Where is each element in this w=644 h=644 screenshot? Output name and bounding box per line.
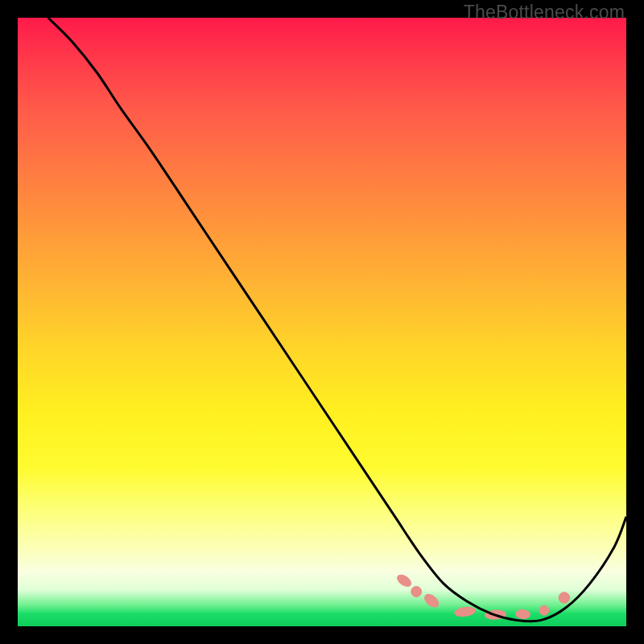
curve-marker bbox=[559, 592, 570, 604]
chart-plot-area bbox=[18, 18, 626, 626]
curve-marker bbox=[411, 586, 422, 597]
curve-marker bbox=[423, 592, 441, 609]
curve-marker bbox=[515, 609, 530, 619]
bottleneck-curve bbox=[48, 18, 626, 621]
chart-svg bbox=[18, 18, 626, 626]
watermark-label: TheBottleneck.com bbox=[464, 2, 625, 23]
curve-marker bbox=[454, 606, 476, 618]
curve-marker bbox=[539, 605, 549, 615]
markers-layer bbox=[395, 572, 570, 619]
curve-marker bbox=[395, 572, 413, 588]
